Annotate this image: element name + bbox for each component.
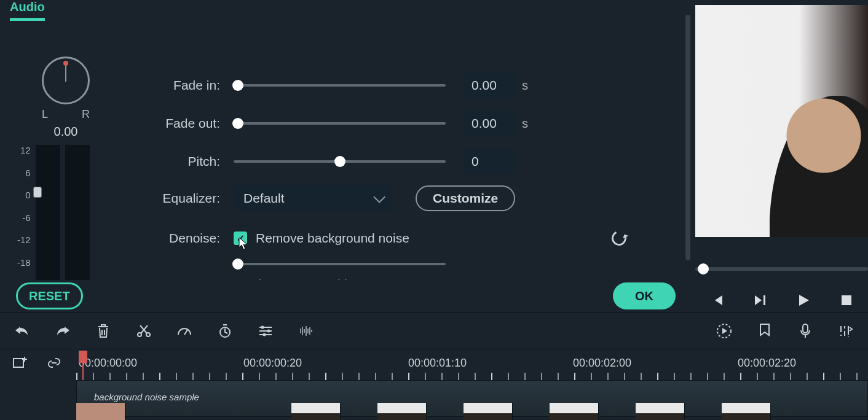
equalizer-selected: Default <box>243 191 285 206</box>
pitch-value[interactable]: 0 <box>463 149 515 174</box>
timer-button[interactable] <box>216 322 234 340</box>
marker-button[interactable] <box>756 322 773 340</box>
render-button[interactable] <box>716 322 733 340</box>
time-label: 00:00:02:00 <box>573 357 631 370</box>
denoise-slider[interactable] <box>234 257 446 271</box>
pan-right-label: R <box>82 108 90 121</box>
svg-rect-0 <box>842 295 851 305</box>
clip-thumb <box>377 403 427 420</box>
equalizer-label: Equalizer: <box>141 191 234 206</box>
record-voice-button[interactable] <box>797 322 814 340</box>
denoise-reset-icon[interactable] <box>612 231 626 246</box>
waveform-button[interactable] <box>298 322 315 340</box>
undo-button[interactable] <box>14 322 31 340</box>
fade-out-unit: s <box>522 117 528 131</box>
meter-tick: -12 <box>17 235 31 245</box>
fade-out-label: Fade out: <box>141 116 234 131</box>
play-button[interactable] <box>794 294 813 307</box>
meter-bar-left <box>36 145 60 282</box>
audio-mixer-button[interactable] <box>837 322 854 340</box>
reset-button[interactable]: RESET <box>16 282 83 309</box>
prev-frame-button[interactable] <box>708 294 726 307</box>
ok-button[interactable]: OK <box>613 282 676 309</box>
fade-in-slider[interactable] <box>234 78 446 93</box>
time-label: 00:00:00:00 <box>79 357 137 370</box>
volume-slider-thumb[interactable] <box>33 187 42 198</box>
meter-tick: -6 <box>17 212 31 223</box>
pan-left-label: L <box>42 108 48 121</box>
time-label: 00:00:01:10 <box>408 357 467 370</box>
audio-panel: Audio L R 0.00 12 6 0 -6 -12 -18 <box>0 0 692 312</box>
link-button[interactable] <box>45 354 63 371</box>
svg-point-4 <box>261 325 264 329</box>
timeline: 00:00:00:00 00:00:00:20 00:00:01:10 00:0… <box>0 349 868 420</box>
scrollbar[interactable] <box>685 15 690 260</box>
clip-thumb <box>76 403 125 420</box>
meter-tick: 12 <box>17 145 31 155</box>
fade-out-value[interactable]: 0.00 <box>463 111 515 136</box>
preview-seekbar[interactable] <box>695 262 868 276</box>
meter-tick: -18 <box>17 257 31 268</box>
speed-button[interactable] <box>176 322 193 340</box>
clip-thumb <box>464 403 513 420</box>
clip-thumb <box>722 403 771 420</box>
meter-tick: 6 <box>17 168 31 178</box>
clip-thumb <box>291 403 341 420</box>
pitch-slider[interactable] <box>234 154 446 169</box>
chevron-down-icon <box>373 191 385 203</box>
fade-in-unit: s <box>522 79 528 93</box>
svg-rect-8 <box>803 324 808 333</box>
stop-button[interactable] <box>837 294 856 306</box>
pitch-label: Pitch: <box>141 154 234 169</box>
delete-button[interactable] <box>95 322 112 340</box>
fade-in-value[interactable]: 0.00 <box>463 72 515 98</box>
svg-point-6 <box>263 333 266 336</box>
volume-meter: 12 6 0 -6 -12 -18 <box>17 145 90 282</box>
denoise-checkbox[interactable]: ✓ <box>234 231 247 245</box>
dial-icon <box>42 56 90 104</box>
preview-panel <box>692 0 868 312</box>
time-label: 00:00:00:20 <box>243 357 302 370</box>
meter-tick: 0 <box>17 190 31 200</box>
denoise-checkbox-label: Remove background noise <box>256 231 409 246</box>
svg-rect-9 <box>14 359 23 367</box>
equalizer-select[interactable]: Default <box>234 185 392 211</box>
fade-out-slider[interactable] <box>234 116 446 131</box>
fade-in-label: Fade in: <box>141 78 234 93</box>
add-media-button[interactable] <box>11 354 28 371</box>
split-button[interactable] <box>135 322 152 340</box>
clip-label: background noise sample <box>94 392 199 402</box>
video-preview <box>695 5 868 237</box>
customize-button[interactable]: Customize <box>416 185 515 211</box>
clip-thumb <box>636 403 685 420</box>
time-label: 00:00:02:20 <box>738 357 796 370</box>
pan-dial[interactable]: L R 0.00 <box>42 56 90 139</box>
denoise-label: Denoise: <box>141 231 234 246</box>
redo-button[interactable] <box>54 322 71 340</box>
clip-thumb <box>550 403 599 420</box>
tab-audio[interactable]: Audio <box>10 0 45 21</box>
step-button[interactable] <box>751 294 769 307</box>
svg-point-5 <box>267 329 270 332</box>
meter-bar-right <box>65 145 90 282</box>
adjust-button[interactable] <box>257 322 274 340</box>
toolbar <box>0 312 868 349</box>
time-ruler[interactable]: 00:00:00:00 00:00:00:20 00:00:01:10 00:0… <box>76 354 868 381</box>
pan-value: 0.00 <box>42 125 90 139</box>
